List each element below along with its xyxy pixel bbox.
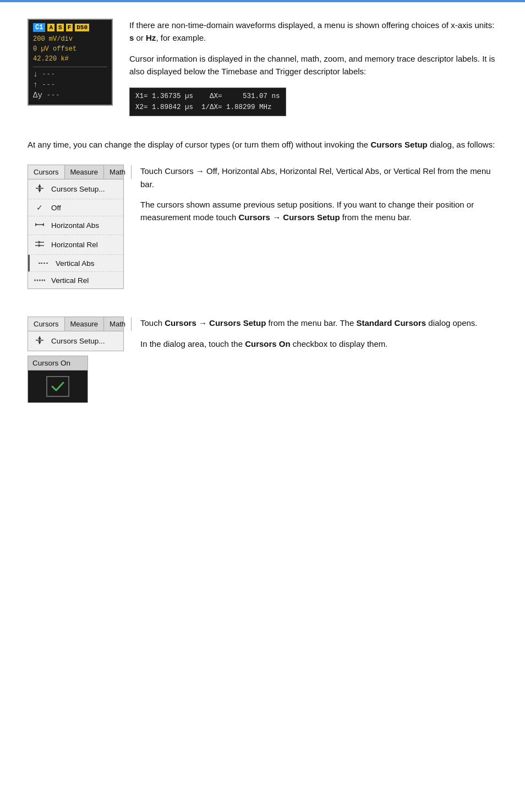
section2: Cursors Measure Math Cursors Setup...	[28, 165, 497, 289]
horiz-rel-label: Horizontal Rel	[51, 241, 98, 249]
menu-header: Cursors Measure Math	[28, 165, 123, 179]
vert-rel-label: Vertical Rel	[51, 276, 89, 285]
cursor-line-2: X2= 1.89842 µs 1/ΔX= 1.88299 MHz	[135, 102, 280, 113]
section3-left: Cursors Measure Math Cursors Setup...	[28, 317, 124, 403]
menu-item-off[interactable]: ✓ Off	[28, 199, 123, 216]
section1-text: If there are non-time-domain waveforms d…	[129, 19, 497, 116]
cursors-setup-bold2: Cursors Setup	[283, 212, 340, 222]
menu-item-horiz-rel[interactable]: Horizontal Rel	[28, 235, 123, 255]
osc-header: C1 A S F D50	[33, 23, 107, 32]
cursor-val-1: ---	[42, 70, 56, 78]
standard-cursors-bold: Standard Cursors	[356, 318, 426, 328]
menu-item-horiz-abs[interactable]: Horizontal Abs	[28, 216, 123, 235]
oscilloscope-panel: C1 A S F D50 200 mV/div 0 µV offset 42.2…	[28, 19, 113, 106]
tab-math-2[interactable]: Math	[104, 317, 132, 331]
badge-a: A	[47, 24, 54, 31]
menu-item-cursors-setup[interactable]: Cursors Setup...	[28, 179, 123, 199]
menu-item-vert-rel[interactable]: Vertical Rel	[28, 272, 123, 288]
cursors-setup-bold3: Cursors Setup	[209, 318, 266, 328]
svg-marker-5	[35, 223, 37, 226]
cursor-val-2: ---	[42, 81, 56, 89]
osc-vdiv: 200 mV/div	[33, 34, 107, 44]
cursors-bold2: Cursors	[238, 212, 270, 222]
tab-measure-2[interactable]: Measure	[65, 317, 105, 331]
tab-measure[interactable]: Measure	[65, 165, 105, 179]
cursors-on-box[interactable]: Cursors On	[28, 356, 88, 403]
horiz-abs-icon	[34, 220, 46, 231]
section3-text: Touch Cursors → Cursors Setup from the m…	[140, 317, 497, 358]
cursors-setup-icon-2	[34, 335, 46, 347]
menu-header-2: Cursors Measure Math	[28, 317, 123, 331]
channel-label: C1	[33, 23, 45, 32]
badge-s: S	[57, 24, 64, 31]
para1: If there are non-time-domain waveforms d…	[129, 19, 497, 45]
section3-para2: In the dialog area, touch the Cursors On…	[140, 337, 497, 350]
cursor-down-icon: ↓	[33, 70, 37, 79]
cursors-setup-icon	[34, 183, 46, 195]
cursor-row-2: ↑ ---	[33, 80, 107, 89]
section3-para1: Touch Cursors → Cursors Setup from the m…	[140, 317, 497, 329]
tab-math[interactable]: Math	[104, 165, 132, 179]
cursor-delta-icon: Δy	[33, 91, 42, 100]
cursors-on-bold: Cursors On	[245, 339, 291, 348]
cursors-menu-panel-2: Cursors Measure Math Cursors Setup...	[28, 317, 124, 351]
svg-point-19	[44, 280, 46, 281]
osc-offset: 0 µV offset	[33, 44, 107, 54]
mid-text: At any time, you can change the display …	[28, 138, 497, 151]
osc-divider	[33, 67, 107, 67]
cursors-on-container: Cursors On	[28, 356, 124, 403]
cursors-on-header: Cursors On	[28, 356, 88, 370]
off-check-icon: ✓	[34, 203, 46, 212]
svg-point-17	[39, 280, 41, 281]
cursor-line-1: X1= 1.36735 µs ΔX= 531.07 ns	[135, 91, 280, 102]
tab-cursors-2[interactable]: Cursors	[28, 317, 65, 331]
tab-cursors[interactable]: Cursors	[28, 165, 65, 179]
para2: Cursor information is displayed in the c…	[129, 52, 497, 78]
cursor-row-3: Δy ---	[33, 91, 107, 100]
svg-marker-2	[38, 184, 41, 187]
section2-para2: The cursors shown assume previous setup …	[140, 198, 497, 224]
cursors-menu-panel: Cursors Measure Math Cursors Setup...	[28, 165, 124, 289]
vert-abs-label: Vertical Abs	[56, 259, 95, 268]
vert-abs-icon	[38, 259, 50, 268]
badge-f: F	[66, 24, 73, 31]
svg-point-18	[42, 280, 43, 281]
section3: Cursors Measure Math Cursors Setup...	[28, 317, 497, 403]
svg-marker-8	[39, 241, 41, 244]
menu-item-cursors-setup-2[interactable]: Cursors Setup...	[28, 331, 123, 351]
horiz-rel-icon	[34, 239, 46, 250]
svg-point-15	[34, 280, 36, 281]
svg-marker-3	[38, 189, 41, 192]
off-label: Off	[51, 204, 61, 212]
cursor-up-icon: ↑	[33, 80, 37, 89]
cursors-bold3: Cursors	[165, 318, 196, 328]
cursors-setup-bold: Cursors Setup	[370, 140, 427, 149]
cursors-on-checkbox[interactable]	[46, 376, 69, 397]
cursor-row-1: ↓ ---	[33, 70, 107, 79]
svg-marker-22	[38, 336, 41, 339]
section2-text: Touch Cursors → Off, Horizontal Abs, Hor…	[140, 165, 497, 231]
svg-marker-6	[42, 223, 44, 226]
badge-d50: D50	[75, 24, 89, 31]
cursors-setup-label-2: Cursors Setup...	[51, 337, 105, 345]
osc-info: 200 mV/div 0 µV offset 42.220 k#	[33, 34, 107, 64]
svg-point-16	[37, 280, 39, 281]
menu-item-vert-abs[interactable]: Vertical Abs	[28, 255, 123, 272]
osc-freq: 42.220 k#	[33, 54, 107, 64]
section1: C1 A S F D50 200 mV/div 0 µV offset 42.2…	[28, 19, 497, 116]
horiz-abs-label: Horizontal Abs	[51, 221, 99, 230]
svg-marker-10	[39, 244, 41, 247]
cursor-val-3: ---	[47, 91, 61, 99]
section2-para1: Touch Cursors → Off, Horizontal Abs, Hor…	[140, 165, 497, 190]
cursors-setup-label: Cursors Setup...	[51, 185, 105, 193]
cursor-display-box: X1= 1.36735 µs ΔX= 531.07 ns X2= 1.89842…	[129, 88, 286, 116]
vert-rel-icon	[34, 276, 46, 285]
cursors-on-check-area[interactable]	[28, 370, 88, 402]
svg-marker-23	[38, 341, 41, 344]
